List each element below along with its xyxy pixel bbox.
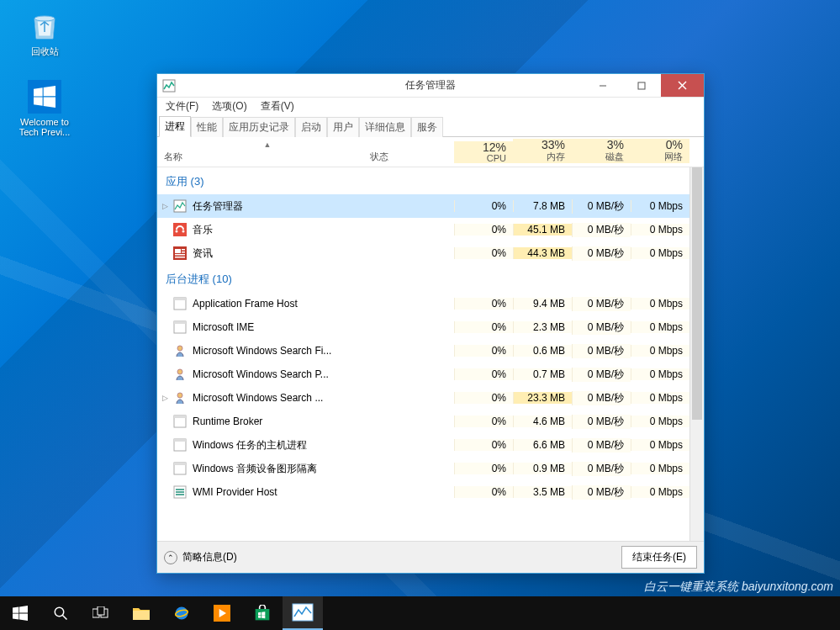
process-icon [172, 485, 188, 499]
menu-options[interactable]: 选项(O) [205, 98, 253, 115]
svg-rect-31 [176, 491, 184, 493]
network-value: 0 Mbps [631, 439, 689, 451]
cpu-value: 0% [454, 416, 513, 427]
taskbar-task-manager[interactable] [283, 596, 323, 630]
window-footer: ⌃ 简略信息(D) 结束任务(E) [157, 541, 704, 573]
process-name: Application Frame Host [172, 297, 370, 310]
process-row[interactable]: Runtime Broker0%4.6 MB0 MB/秒0 Mbps [157, 410, 704, 433]
svg-rect-32 [176, 494, 184, 495]
taskbar-explorer[interactable] [121, 596, 161, 630]
svg-rect-13 [175, 257, 185, 258]
process-row[interactable]: WMI Provider Host0%3.5 MB0 MB/秒0 Mbps [157, 480, 704, 504]
cpu-value: 0% [454, 463, 513, 474]
network-value: 0 Mbps [631, 321, 689, 333]
desktop-wallpaper[interactable]: 回收站 Welcome to Tech Previ... 任务管理器 文件(F)… [0, 0, 840, 630]
tab-details[interactable]: 详细信息 [359, 117, 411, 137]
taskbar[interactable] [0, 596, 840, 630]
tab-users[interactable]: 用户 [327, 117, 359, 137]
menu-view[interactable]: 查看(V) [254, 98, 301, 115]
disk-value: 0 MB/秒 [572, 462, 631, 476]
process-name: Windows 任务的主机进程 [172, 438, 370, 453]
disk-value: 0 MB/秒 [572, 485, 631, 500]
svg-rect-17 [174, 298, 186, 300]
process-row[interactable]: Windows 任务的主机进程0%6.6 MB0 MB/秒0 Mbps [157, 433, 704, 457]
memory-value: 0.6 MB [513, 345, 572, 357]
taskbar-task-view[interactable] [81, 596, 121, 630]
store-icon [254, 605, 271, 622]
network-value: 0 Mbps [631, 298, 689, 310]
svg-point-8 [176, 230, 178, 233]
expand-icon[interactable]: ▷ [157, 202, 172, 210]
process-icon [172, 438, 188, 452]
memory-value: 45.1 MB [513, 224, 572, 236]
menu-file[interactable]: 文件(F) [159, 98, 205, 115]
taskbar-ie[interactable] [161, 596, 202, 630]
process-list: 应用 (3)▷任务管理器0%7.8 MB0 MB/秒0 Mbps音乐0%45.1… [157, 167, 704, 541]
svg-point-20 [177, 346, 182, 351]
expand-icon[interactable]: ▷ [157, 394, 172, 402]
process-icon [172, 391, 188, 405]
desktop-icon-welcome[interactable]: Welcome to Tech Previ... [15, 80, 74, 137]
table-header: ▲ 名称 状态 12% CPU 33% 内存 3% 磁盘 0% 网络 [157, 137, 704, 167]
close-button[interactable] [661, 74, 704, 97]
process-row[interactable]: ▷Microsoft Windows Search ...0%23.3 MB0 … [157, 386, 704, 410]
tab-processes[interactable]: 进程 [159, 116, 191, 137]
memory-value: 23.3 MB [513, 392, 572, 404]
maximize-button[interactable] [622, 74, 661, 97]
process-row[interactable]: Microsoft Windows Search Fi...0%0.6 MB0 … [157, 339, 704, 363]
vertical-scrollbar[interactable] [689, 167, 704, 541]
cpu-value: 0% [454, 392, 513, 404]
process-row[interactable]: Microsoft Windows Search P...0%0.7 MB0 M… [157, 363, 704, 386]
process-icon [172, 320, 188, 334]
end-task-button[interactable]: 结束任务(E) [621, 546, 697, 569]
tab-services[interactable]: 服务 [411, 117, 443, 137]
desktop-icon-recycle-bin[interactable]: 回收站 [15, 8, 74, 58]
process-name: Microsoft IME [172, 320, 370, 334]
process-row[interactable]: Application Frame Host0%9.4 MB0 MB/秒0 Mb… [157, 292, 704, 315]
taskbar-search[interactable] [40, 596, 81, 630]
process-icon [172, 246, 188, 260]
column-network[interactable]: 0% 网络 [631, 139, 689, 163]
task-view-icon [92, 606, 109, 620]
group-header[interactable]: 应用 (3) [157, 167, 704, 194]
cpu-value: 0% [454, 200, 513, 212]
svg-rect-28 [174, 463, 186, 465]
disk-value: 0 MB/秒 [572, 415, 631, 429]
taskbar-store[interactable] [242, 596, 283, 630]
column-status[interactable]: 状态 [370, 151, 454, 163]
process-icon [172, 368, 188, 381]
desktop-icon-label: 回收站 [31, 46, 59, 56]
memory-value: 9.4 MB [513, 298, 572, 310]
start-button[interactable] [0, 596, 40, 630]
process-row[interactable]: Windows 音频设备图形隔离0%0.9 MB0 MB/秒0 Mbps [157, 457, 704, 480]
windows-logo-icon [28, 80, 61, 114]
svg-rect-15 [182, 251, 185, 253]
taskbar-media[interactable] [202, 596, 242, 630]
process-row[interactable]: 资讯0%44.3 MB0 MB/秒0 Mbps [157, 241, 704, 265]
disk-value: 0 MB/秒 [572, 246, 631, 261]
ie-icon [173, 605, 190, 622]
process-row[interactable]: Microsoft IME0%2.3 MB0 MB/秒0 Mbps [157, 315, 704, 339]
group-header[interactable]: 后台进程 (10) [157, 265, 704, 292]
window-titlebar[interactable]: 任务管理器 [157, 74, 704, 98]
column-name[interactable]: ▲ 名称 [157, 151, 370, 163]
svg-point-39 [176, 607, 188, 620]
memory-value: 2.3 MB [513, 321, 572, 333]
tab-startup[interactable]: 启动 [295, 117, 327, 137]
search-icon [53, 606, 68, 621]
process-name: 音乐 [172, 223, 370, 237]
process-row[interactable]: ▷任务管理器0%7.8 MB0 MB/秒0 Mbps [157, 194, 704, 218]
column-memory[interactable]: 33% 内存 [513, 139, 572, 163]
process-name: Microsoft Windows Search P... [172, 368, 370, 381]
process-icon [172, 199, 188, 213]
minimize-button[interactable] [584, 74, 622, 97]
fewer-details-button[interactable]: ⌃ 简略信息(D) [164, 550, 237, 564]
tab-app-history[interactable]: 应用历史记录 [223, 117, 295, 137]
tab-performance[interactable]: 性能 [191, 117, 223, 137]
column-disk[interactable]: 3% 磁盘 [572, 139, 631, 163]
memory-value: 4.6 MB [513, 416, 572, 427]
scrollbar-thumb[interactable] [692, 167, 702, 420]
process-icon [172, 415, 188, 428]
process-row[interactable]: 音乐0%45.1 MB0 MB/秒0 Mbps [157, 218, 704, 241]
column-cpu[interactable]: 12% CPU [454, 141, 513, 163]
